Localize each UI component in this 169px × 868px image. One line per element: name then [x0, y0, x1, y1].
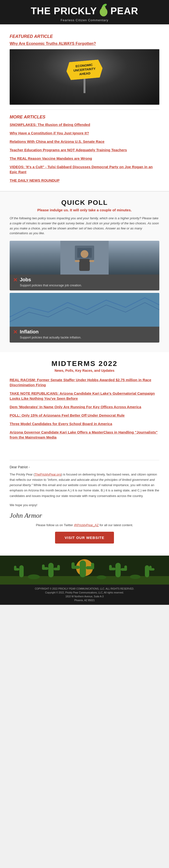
featured-section-heading: FEATURED ARTICLE — [10, 34, 159, 39]
featured-image: ECONOMICUNCERTAINTYAHEAD — [10, 49, 159, 105]
poll-inflation-title: Inflation — [20, 329, 81, 335]
midterms-title: MIDTERMS 2022 — [10, 360, 159, 368]
letter-close: We hope you enjoy! — [10, 502, 159, 508]
poll-jobs-title: Jobs — [20, 277, 82, 282]
letter-signature: John Armor — [10, 512, 159, 519]
footer-copyright-line1: COPYRIGHT © 2022 PRICKLY PEAR COMMUNICAT… — [5, 587, 164, 591]
divider-2 — [10, 460, 159, 460]
logo-pear-icon — [98, 3, 109, 17]
svg-rect-8 — [75, 260, 80, 262]
svg-rect-19 — [42, 564, 45, 570]
letter-greeting: Dear Patriot - — [10, 465, 159, 469]
svg-point-36 — [96, 576, 106, 579]
poll-jobs-image — [10, 241, 159, 275]
svg-rect-22 — [80, 560, 86, 577]
poll-inflation-text: Inflation Support policies that actually… — [20, 329, 81, 339]
midterms-article-4[interactable]: Three Model Candidates for Every School … — [10, 421, 159, 426]
svg-rect-13 — [0, 576, 169, 585]
logo-row: THE PRICKLY PEAR — [7, 4, 162, 18]
site-header: THE PRICKLY PEAR Fearless Citizen Commen… — [0, 0, 169, 24]
midterms-section: MIDTERMS 2022 News, Polls, Key Races, an… — [0, 352, 169, 451]
letter-body: The Prickly Pear (ThePricklyPear.org) is… — [10, 472, 159, 498]
more-articles-heading: MORE ARTICLES — [10, 115, 159, 120]
svg-rect-10 — [10, 293, 159, 327]
svg-rect-7 — [79, 259, 90, 271]
article-link-3[interactable]: Teacher Education Programs are NOT Adequ… — [10, 147, 159, 152]
midterms-article-5[interactable]: Arizona Governor Candidate Kari Lake Off… — [10, 430, 159, 440]
site-tagline: Fearless Citizen Commentary — [7, 18, 162, 22]
svg-rect-29 — [109, 565, 112, 570]
poll-title: QUICK POLL — [10, 199, 159, 207]
article-link-4[interactable]: The REAL Reason Vaccine Mandates are Wro… — [10, 156, 159, 161]
letter-section: Dear Patriot - The Prickly Pear (ThePric… — [0, 451, 169, 556]
article-link-0[interactable]: SNOWFLAKES: The Illusion of Being Offend… — [10, 122, 159, 127]
road-sign: ECONOMICUNCERTAINTYAHEAD — [66, 59, 103, 80]
footer-copyright-line2: Copyright © 2022, Prickly Pear Communica… — [5, 591, 164, 595]
prickly-pear-link[interactable]: ThePricklyPear.org — [34, 473, 61, 476]
midterms-subtitle: News, Polls, Key Races, and Updates — [10, 369, 159, 372]
follow-text: Please follow us on Twitter @PricklyPear… — [10, 523, 159, 527]
logo-text-left: THE PRICKLY — [31, 5, 97, 17]
poll-inflation-label: ✕ Inflation Support policies that actual… — [10, 327, 159, 343]
twitter-link[interactable]: @PricklyPear_AZ — [74, 523, 99, 527]
svg-rect-27 — [115, 563, 121, 577]
article-link-2[interactable]: Relations With China and the Arizona U.S… — [10, 139, 159, 144]
svg-rect-9 — [89, 260, 94, 262]
footer-copyright-bar: COPYRIGHT © 2022 PRICKLY PEAR COMMUNICAT… — [0, 585, 169, 605]
letter-italic: "inform, educate and advocate about the … — [10, 478, 155, 487]
poll-jobs-desc: Support policies that encourage job crea… — [20, 283, 82, 287]
svg-point-35 — [28, 575, 40, 579]
poll-inflation-desc: Support policies that actually tackle in… — [20, 336, 81, 339]
poll-section: QUICK POLL Please indulge us. It will on… — [0, 191, 169, 352]
svg-point-37 — [130, 575, 141, 579]
poll-subtitle: Please indulge us. It will only take a c… — [10, 208, 159, 212]
poll-choice-inflation[interactable]: ✕ Inflation Support policies that actual… — [10, 293, 159, 343]
midterms-article-3[interactable]: POLL: Only 15% of Arizonans Feel Better … — [10, 413, 159, 418]
svg-rect-32 — [145, 565, 149, 577]
poll-jobs-text: Jobs Support policies that encourage job… — [20, 277, 82, 287]
svg-rect-31 — [124, 565, 127, 571]
svg-rect-17 — [48, 563, 54, 577]
svg-rect-16 — [14, 566, 17, 570]
svg-rect-14 — [19, 565, 24, 577]
main-content: FEATURED ARTICLE Why Are Economic Truths… — [0, 24, 169, 191]
article-link-1[interactable]: Why Have a Constitution if You Just Igno… — [10, 130, 159, 135]
footer-image — [0, 556, 169, 585]
logo-text-right: PEAR — [110, 5, 138, 17]
article-link-6[interactable]: THE DAILY NEWS ROUNDUP — [10, 178, 159, 183]
divider-1 — [10, 110, 159, 110]
svg-rect-26 — [91, 563, 94, 569]
svg-rect-21 — [57, 565, 60, 570]
poll-jobs-label: ✕ Jobs Support policies that encourage j… — [10, 275, 159, 290]
svg-rect-24 — [72, 562, 75, 569]
poll-x-icon-jobs: ✕ — [13, 277, 18, 283]
poll-inflation-image — [10, 293, 159, 327]
svg-point-6 — [81, 250, 88, 258]
midterms-article-1[interactable]: TAKE NOTE REPUBLICANS: Arizona Candidate… — [10, 391, 159, 401]
svg-rect-34 — [149, 566, 151, 570]
featured-article-link[interactable]: Why Are Economic Truths ALWAYS Forgotten… — [10, 41, 159, 46]
footer-address-1: 1810 W Northern Avenue, Suite A-3 — [5, 595, 164, 598]
svg-point-2 — [102, 6, 106, 11]
cta-container: VISIT OUR WEBSITE — [10, 532, 159, 544]
cta-button[interactable]: VISIT OUR WEBSITE — [55, 532, 114, 544]
midterms-article-2[interactable]: Dem 'Moderates' In Name Only Are Running… — [10, 404, 159, 409]
poll-description: Of the following two policy issues impac… — [10, 216, 159, 236]
midterms-article-0[interactable]: REAL RACISM: Former Senate Staffer Under… — [10, 377, 159, 388]
sign-container: ECONOMICUNCERTAINTYAHEAD — [66, 61, 103, 93]
letter-body-text-1: The Prickly Pear (ThePricklyPear.org) is… — [10, 473, 159, 497]
footer-address-2: Phoenix, AZ 85021 — [5, 598, 164, 602]
poll-choice-jobs[interactable]: ✕ Jobs Support policies that encourage j… — [10, 241, 159, 290]
sign-post — [84, 79, 85, 93]
poll-x-icon-inflation: ✕ — [13, 330, 18, 335]
article-link-5[interactable]: VIDEOS: 'It's a Cult" - Tulsi Gabbard Di… — [10, 164, 159, 175]
